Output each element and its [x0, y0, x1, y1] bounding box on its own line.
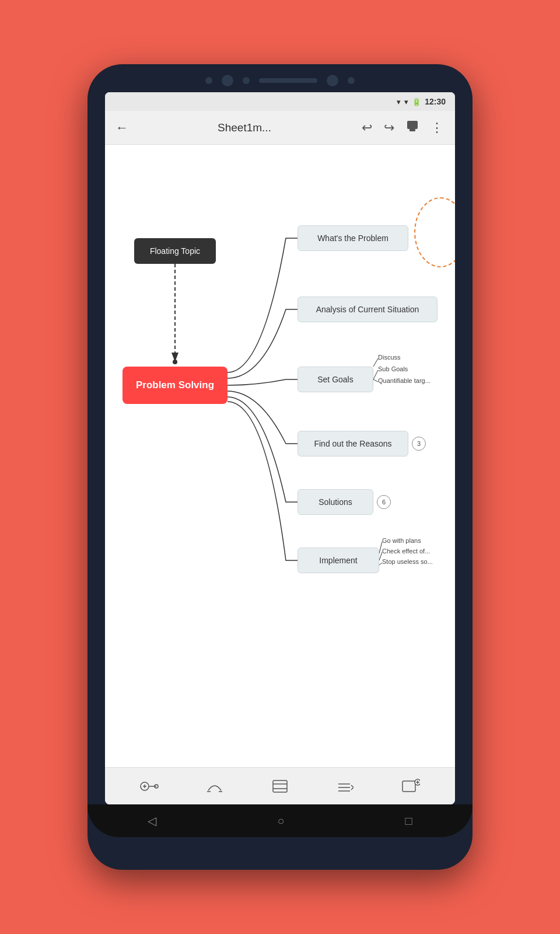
branch-line-1 — [228, 238, 298, 372]
camera-dot-2 — [327, 75, 338, 86]
nav-back-button[interactable]: ◁ — [148, 814, 156, 828]
more-button[interactable]: ⋮ — [426, 117, 448, 139]
branch-line-2 — [228, 309, 298, 378]
mindmap: Floating Topic Problem Solving What's th… — [105, 145, 455, 767]
svg-point-2 — [173, 360, 177, 364]
camera-dot — [222, 75, 233, 86]
goals-sub-line-3 — [373, 379, 378, 382]
wifi-icon: ▾ — [397, 97, 401, 106]
sensor-dot-1 — [205, 77, 212, 84]
goals-sub-1: Discuss — [378, 354, 401, 361]
status-bar: ▾ ▾ 🔋 12:30 — [105, 92, 455, 111]
branch-line-5 — [228, 397, 298, 502]
floating-topic-node[interactable]: Floating Topic — [134, 238, 216, 264]
goals-sub-line-2 — [373, 370, 378, 379]
branch-line-3 — [228, 379, 298, 385]
svg-rect-1 — [410, 129, 415, 131]
orange-ellipse — [414, 197, 455, 267]
redo-button[interactable]: ↪ — [379, 117, 399, 139]
status-time: 12:30 — [425, 97, 446, 106]
paint-button[interactable] — [401, 116, 424, 139]
svg-rect-16 — [402, 781, 415, 792]
impl-sub-3: Stop useless so... — [382, 558, 433, 565]
add-subtopic-button[interactable] — [398, 773, 424, 799]
branch-find-reasons[interactable]: Find out the Reasons — [298, 431, 408, 456]
navigation-bar: ◁ ○ □ — [88, 804, 473, 837]
signal-icon: ▾ — [404, 97, 408, 106]
speaker-bar — [259, 78, 317, 83]
goals-sub-2: Sub Goals — [378, 365, 408, 372]
branch-line-4 — [228, 391, 298, 444]
mindmap-canvas[interactable]: Floating Topic Problem Solving What's th… — [105, 145, 455, 767]
branch-whats-problem[interactable]: What's the Problem — [298, 225, 408, 251]
connect-button[interactable] — [202, 773, 228, 799]
goals-sub-line-1 — [373, 358, 378, 367]
battery-icon: 🔋 — [412, 97, 421, 106]
svg-rect-0 — [407, 121, 418, 129]
branch-implement[interactable]: Implement — [298, 548, 379, 573]
badge-solutions: 6 — [377, 495, 391, 509]
nav-recent-button[interactable]: □ — [405, 814, 412, 828]
app-toolbar: ← Sheet1m... ↩ ↪ ⋮ — [105, 111, 455, 145]
undo-button[interactable]: ↩ — [357, 117, 377, 139]
toolbar-actions: ↩ ↪ ⋮ — [357, 116, 448, 139]
sensor-dot-3 — [348, 77, 355, 84]
impl-sub-2: Check effect of... — [382, 548, 430, 555]
outline-button[interactable] — [332, 773, 358, 799]
central-node[interactable]: Problem Solving — [123, 367, 228, 404]
layout-button[interactable] — [267, 773, 293, 799]
document-title: Sheet1m... — [136, 121, 352, 134]
branch-set-goals[interactable]: Set Goals — [298, 367, 373, 392]
badge-find-reasons: 3 — [412, 437, 426, 451]
impl-sub-1: Go with plans — [382, 537, 421, 544]
back-button[interactable]: ← — [112, 117, 132, 139]
add-topic-button[interactable] — [136, 773, 162, 799]
nav-home-button[interactable]: ○ — [277, 814, 284, 828]
branch-analysis[interactable]: Analysis of Current Situation — [298, 297, 438, 322]
svg-rect-10 — [273, 780, 287, 792]
status-icons: ▾ ▾ 🔋 12:30 — [397, 97, 446, 106]
branch-line-6 — [228, 402, 298, 560]
phone-screen: ▾ ▾ 🔋 12:30 ← Sheet1m... ↩ ↪ ⋮ — [105, 92, 455, 804]
bottom-toolbar — [105, 767, 455, 804]
branch-solutions[interactable]: Solutions — [298, 489, 373, 515]
phone-sensors — [88, 64, 473, 92]
phone-frame: ▾ ▾ 🔋 12:30 ← Sheet1m... ↩ ↪ ⋮ — [88, 64, 473, 870]
sensor-dot-2 — [243, 77, 250, 84]
goals-sub-3: Quantifiable targ... — [378, 377, 430, 384]
